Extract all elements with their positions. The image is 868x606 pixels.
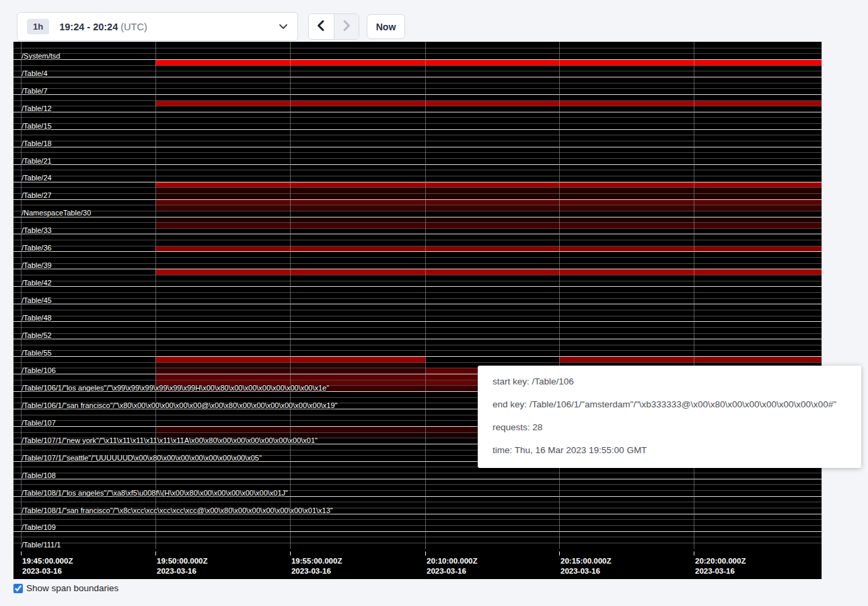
heatmap-row[interactable] <box>13 170 822 176</box>
heatmap-row[interactable] <box>13 327 822 333</box>
heatmap-band[interactable] <box>155 101 822 106</box>
heatmap-band[interactable] <box>425 380 478 386</box>
heatmap-row[interactable] <box>13 345 822 351</box>
heatmap-row[interactable] <box>13 129 822 135</box>
heatmap-row-label: /Table/48 <box>22 314 52 322</box>
heatmap-row[interactable] <box>13 263 822 269</box>
heatmap-row[interactable] <box>13 350 822 356</box>
heatmap-row[interactable] <box>13 65 822 71</box>
heatmap-row[interactable] <box>13 147 822 153</box>
heatmap-row[interactable] <box>13 479 822 485</box>
heatmap-row[interactable] <box>13 71 822 77</box>
heatmap-row[interactable] <box>13 275 822 281</box>
heatmap-tooltip: start key: /Table/106 end key: /Table/10… <box>478 366 861 468</box>
heatmap-band[interactable] <box>425 368 478 374</box>
axis-tickmark <box>21 551 22 556</box>
heatmap-gridline <box>694 42 694 549</box>
axis-tickmark <box>155 551 156 556</box>
time-axis: 19:45:00.000Z2023-03-1619:50:00.000Z2023… <box>13 551 822 579</box>
heatmap-row[interactable] <box>13 158 822 164</box>
heatmap-row[interactable] <box>13 531 822 537</box>
heatmap-row[interactable] <box>13 310 822 316</box>
heatmap-row-label: /Table/108/1/"los angeles"/"\xa8\xf5\u00… <box>22 490 288 497</box>
heatmap-row[interactable] <box>13 281 822 287</box>
prev-range-button[interactable] <box>309 14 334 39</box>
heatmap-row[interactable] <box>13 251 822 257</box>
heatmap-band[interactable] <box>155 200 822 205</box>
tooltip-start-key: start key: /Table/106 <box>493 370 855 393</box>
heatmap-row[interactable] <box>13 135 822 141</box>
heatmap-row[interactable] <box>13 94 822 100</box>
heatmap-row[interactable] <box>13 117 822 123</box>
show-span-boundaries-control[interactable]: Show span boundaries <box>13 583 118 593</box>
heatmap-row[interactable] <box>13 152 822 158</box>
heatmap-row[interactable] <box>13 234 822 240</box>
heatmap-band[interactable] <box>559 357 822 362</box>
heatmap-row-label: /Table/108 <box>22 472 56 479</box>
heatmap-band[interactable] <box>155 60 822 65</box>
heatmap-band[interactable] <box>155 427 478 432</box>
heatmap-row[interactable] <box>13 176 822 182</box>
heatmap-row[interactable] <box>13 304 822 310</box>
heatmap-gridline <box>155 42 156 549</box>
heatmap-row[interactable] <box>13 77 822 83</box>
heatmap-band[interactable] <box>155 269 822 275</box>
heatmap-row-label: /NamespaceTable/30 <box>22 209 91 217</box>
heatmap-band[interactable] <box>155 205 822 211</box>
show-span-boundaries-checkbox[interactable] <box>13 584 23 593</box>
heatmap-row[interactable] <box>13 473 822 479</box>
heatmap-row-label: /Table/106/1/"san francisco"/"\x80\x00\x… <box>22 402 338 409</box>
heatmap-row[interactable] <box>13 42 822 48</box>
heatmap-gridline <box>559 42 560 549</box>
heatmap-row[interactable] <box>13 228 822 234</box>
heatmap-row-label: /Table/24 <box>22 174 52 182</box>
heatmap-band[interactable] <box>155 182 822 188</box>
heatmap-row[interactable] <box>13 525 822 531</box>
heatmap-row[interactable] <box>13 298 822 304</box>
heatmap-row-label: /Table/108/1/"san francisco"/"\x8c\xcc\x… <box>22 507 333 514</box>
tooltip-time: time: Thu, 16 Mar 2023 19:55:00 GMT <box>493 439 855 462</box>
heatmap-row[interactable] <box>13 519 822 525</box>
heatmap-row-label: /Table/21 <box>22 158 52 165</box>
heatmap-row[interactable] <box>13 339 822 345</box>
heatmap-row-label: /Table/106 <box>22 367 56 374</box>
heatmap-row[interactable] <box>13 211 822 217</box>
chevron-right-icon <box>342 20 351 34</box>
heatmap-row[interactable] <box>13 286 822 292</box>
heatmap-row-label: /Table/109 <box>22 524 56 531</box>
heatmap-row[interactable] <box>13 83 822 89</box>
axis-tick-label: 20:20:00.000Z2023-03-16 <box>695 556 746 576</box>
heatmap-row[interactable] <box>13 543 822 549</box>
heatmap-row[interactable] <box>13 292 822 298</box>
heatmap-row-label: /Table/12 <box>22 105 52 112</box>
heatmap-row[interactable] <box>13 316 822 322</box>
heatmap-row[interactable] <box>13 333 822 339</box>
heatmap-row[interactable] <box>13 240 822 246</box>
heatmap-row[interactable] <box>13 537 822 543</box>
heatmap-gridline <box>425 42 426 549</box>
heatmap-band[interactable] <box>155 374 478 380</box>
heatmap-band[interactable] <box>155 194 822 199</box>
heatmap-band[interactable] <box>155 246 822 252</box>
heatmap-row[interactable] <box>13 106 822 112</box>
now-button[interactable]: Now <box>367 14 405 39</box>
heatmap-row[interactable] <box>13 123 822 129</box>
next-range-button[interactable] <box>334 14 359 39</box>
key-visualizer-heatmap[interactable]: /System/tsd/Table/4/Table/7/Table/12/Tab… <box>13 42 822 579</box>
heatmap-band[interactable] <box>155 188 822 193</box>
heatmap-row[interactable] <box>13 257 822 263</box>
heatmap-row[interactable] <box>13 321 822 327</box>
time-range-selector[interactable]: 1h 19:24 - 20:24 (UTC) <box>17 12 298 41</box>
heatmap-row[interactable] <box>13 141 822 147</box>
heatmap-band[interactable] <box>155 223 822 228</box>
heatmap-row[interactable] <box>13 164 822 170</box>
heatmap-row[interactable] <box>13 88 822 94</box>
heatmap-rows <box>13 42 822 549</box>
heatmap-row[interactable] <box>13 53 822 59</box>
show-span-boundaries-label: Show span boundaries <box>26 583 118 593</box>
heatmap-row[interactable] <box>13 48 822 54</box>
timezone-label: (UTC) <box>120 22 147 32</box>
heatmap-row-label: /Table/36 <box>22 244 52 252</box>
heatmap-row[interactable] <box>13 112 822 118</box>
heatmap-band[interactable] <box>155 217 822 223</box>
